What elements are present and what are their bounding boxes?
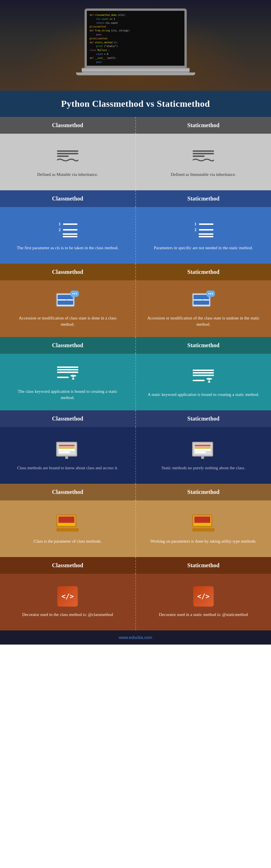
laptop-base xyxy=(82,68,190,72)
icon-left-row7: </> xyxy=(55,587,80,606)
header-left-row4: Classmethod xyxy=(0,337,136,354)
icon-left-row6 xyxy=(55,513,80,533)
section-row5: Classmethod Staticmethod Class methods a… xyxy=(0,410,271,484)
laptop-screen: def classmethod_demo(cls): cls.count += … xyxy=(85,8,187,68)
content-left-row4: The class keyword application is bound t… xyxy=(0,354,136,410)
text-left-row6: Class is the parameter of class methods. xyxy=(33,538,102,545)
content-left-row2: 1 2 The first parameter as cls is to be … xyxy=(0,207,136,264)
content-right-row1: Defined as Immutable via inheritance. xyxy=(136,134,271,190)
section-content-row5: Class methods are bound to know about cl… xyxy=(0,427,271,484)
section-row3: Classmethod Staticmethod xyxy=(0,264,271,337)
text-right-row7: Decorator used in a static method is: @s… xyxy=(159,612,248,618)
text-right-row5: Static methods no purely nothing about t… xyxy=(161,465,245,471)
hero-section: def classmethod_demo(cls): cls.count += … xyxy=(0,0,271,91)
header-right-row7: Staticmethod xyxy=(136,557,271,574)
header-left-row3: Classmethod xyxy=(0,264,136,280)
text-right-row4: A static keyword application is bound to… xyxy=(147,392,259,398)
section-content-row6: Class is the parameter of class methods.… xyxy=(0,500,271,557)
text-right-row6: Working on parameters is done by taking … xyxy=(150,538,256,545)
content-right-row2: 1 2 Parameters in specific are not neede… xyxy=(136,207,271,264)
section-row1: Classmethod Staticmethod Defined as Muta… xyxy=(0,117,271,190)
icon-right-row7: </> xyxy=(191,587,216,606)
section-header-row1: Classmethod Staticmethod xyxy=(0,117,271,134)
text-left-row5: Class methods are bound to know about cl… xyxy=(17,465,118,471)
content-right-row7: </> Decorator used in a static method is… xyxy=(136,574,271,630)
text-left-row3: Accession or modification of class state… xyxy=(11,315,124,328)
page-title: Python Classmethod vs Staticmethod xyxy=(6,98,265,109)
content-left-row1: Defined as Mutable via inheritance. xyxy=(0,134,136,190)
icon-left-row4 xyxy=(55,363,80,383)
icon-left-row2: 1 2 xyxy=(55,220,80,240)
text-right-row1: Defined as Immutable via inheritance. xyxy=(171,171,236,178)
section-content-row7: </> Decorator used in the class method i… xyxy=(0,574,271,630)
laptop-bottom xyxy=(76,72,195,75)
section-content-row4: The class keyword application is bound t… xyxy=(0,354,271,410)
header-right-row2: Staticmethod xyxy=(136,190,271,207)
footer-link[interactable]: www.educba.com xyxy=(119,635,153,640)
content-right-row4: A static keyword application is bound to… xyxy=(136,354,271,410)
icon-left-row1 xyxy=(55,147,80,166)
code-display: def classmethod_demo(cls): cls.count += … xyxy=(87,11,185,67)
title-bar: Python Classmethod vs Staticmethod xyxy=(0,91,271,117)
icon-right-row2: 1 2 xyxy=(191,220,216,240)
laptop-image: def classmethod_demo(cls): cls.count += … xyxy=(76,8,195,82)
content-left-row5: Class methods are bound to know about cl… xyxy=(0,427,136,484)
header-right-row6: Staticmethod xyxy=(136,484,271,500)
text-left-row7: Decorator used in the class method is: @… xyxy=(22,612,113,618)
section-row2: Classmethod Staticmethod 1 2 xyxy=(0,190,271,264)
footer: www.educba.com xyxy=(0,630,271,645)
header-left-row1: Classmethod xyxy=(0,117,136,134)
icon-left-row3 xyxy=(55,290,80,310)
content-right-row3: Accession or modification of the class s… xyxy=(136,280,271,337)
icon-right-row5 xyxy=(191,440,216,460)
icon-right-row3 xyxy=(191,290,216,310)
section-header-row2: Classmethod Staticmethod xyxy=(0,190,271,207)
header-right-row4: Staticmethod xyxy=(136,337,271,354)
icon-right-row6 xyxy=(191,513,216,533)
section-content-row2: 1 2 The first parameter as cls is to be … xyxy=(0,207,271,264)
comparison-table: Classmethod Staticmethod Defined as Muta… xyxy=(0,117,271,630)
header-right-row3: Staticmethod xyxy=(136,264,271,280)
header-left-row7: Classmethod xyxy=(0,557,136,574)
text-left-row4: The class keyword application is bound t… xyxy=(11,388,124,401)
header-left-row5: Classmethod xyxy=(0,410,136,427)
text-left-row2: The first parameter as cls is to be take… xyxy=(17,245,118,251)
content-left-row3: Accession or modification of class state… xyxy=(0,280,136,337)
text-right-row2: Parameters in specific are not needed in… xyxy=(154,245,253,251)
content-left-row6: Class is the parameter of class methods. xyxy=(0,500,136,557)
section-row7: Classmethod Staticmethod </> Decorator u… xyxy=(0,557,271,630)
section-row4: Classmethod Staticmethod The class xyxy=(0,337,271,410)
section-content-row1: Defined as Mutable via inheritance. Defi… xyxy=(0,134,271,190)
section-header-row7: Classmethod Staticmethod xyxy=(0,557,271,574)
section-header-row4: Classmethod Staticmethod xyxy=(0,337,271,354)
section-header-row6: Classmethod Staticmethod xyxy=(0,484,271,500)
section-content-row3: Accession or modification of class state… xyxy=(0,280,271,337)
content-left-row7: </> Decorator used in the class method i… xyxy=(0,574,136,630)
header-right-row1: Staticmethod xyxy=(136,117,271,134)
icon-right-row1 xyxy=(191,147,216,166)
icon-left-row5 xyxy=(55,440,80,460)
section-header-row5: Classmethod Staticmethod xyxy=(0,410,271,427)
text-left-row1: Defined as Mutable via inheritance. xyxy=(37,171,98,178)
content-right-row6: Working on parameters is done by taking … xyxy=(136,500,271,557)
text-right-row3: Accession or modification of the class s… xyxy=(147,315,260,328)
header-left-row2: Classmethod xyxy=(0,190,136,207)
section-header-row3: Classmethod Staticmethod xyxy=(0,264,271,280)
icon-right-row4 xyxy=(191,367,216,386)
content-right-row5: Static methods no purely nothing about t… xyxy=(136,427,271,484)
header-right-row5: Staticmethod xyxy=(136,410,271,427)
header-left-row6: Classmethod xyxy=(0,484,136,500)
section-row6: Classmethod Staticmethod Class is the pa… xyxy=(0,484,271,557)
